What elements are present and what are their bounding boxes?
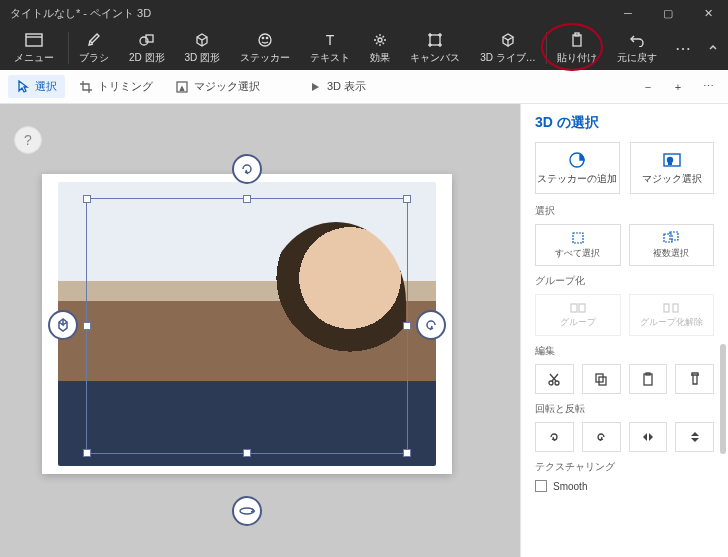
shapes3d-button[interactable]: 3D 図形 bbox=[175, 26, 231, 70]
svg-point-24 bbox=[667, 157, 672, 162]
view3d-label: 3D 表示 bbox=[327, 79, 366, 94]
ungroup-label: グループ化解除 bbox=[640, 316, 703, 329]
svg-point-6 bbox=[266, 37, 267, 38]
svg-point-5 bbox=[262, 37, 263, 38]
paste-button[interactable]: 貼り付け bbox=[547, 26, 607, 70]
shapes2d-label: 2D 図形 bbox=[129, 51, 165, 65]
close-button[interactable]: ✕ bbox=[688, 0, 728, 26]
canvas-label: キャンバス bbox=[410, 51, 460, 65]
canvas-area[interactable]: ? bbox=[0, 104, 520, 557]
select-tool[interactable]: 選択 bbox=[8, 75, 65, 98]
maximize-button[interactable]: ▢ bbox=[648, 0, 688, 26]
svg-point-8 bbox=[378, 38, 382, 42]
menu-label: メニュー bbox=[14, 51, 54, 65]
minimize-button[interactable]: ─ bbox=[608, 0, 648, 26]
svg-rect-31 bbox=[673, 304, 678, 312]
depth-handle[interactable] bbox=[48, 310, 78, 340]
select-all-icon bbox=[571, 231, 585, 245]
zoom-out-button[interactable]: − bbox=[636, 75, 660, 99]
smooth-checkbox[interactable]: Smooth bbox=[535, 480, 714, 492]
expand-button[interactable] bbox=[698, 26, 728, 70]
svg-rect-9 bbox=[430, 35, 440, 45]
rotate-y-handle[interactable] bbox=[416, 310, 446, 340]
ribbon: メニュー ブラシ 2D 図形 3D 図形 ステッカー T テキスト 効果 bbox=[0, 26, 728, 70]
paste-icon bbox=[570, 31, 584, 49]
magic-select-tool[interactable]: マジック選択 bbox=[167, 75, 268, 98]
more-button[interactable]: ⋯ bbox=[668, 26, 698, 70]
select-all-button[interactable]: すべて選択 bbox=[535, 224, 621, 266]
text-button[interactable]: T テキスト bbox=[300, 26, 360, 70]
cut-button[interactable] bbox=[535, 364, 574, 394]
effect-button[interactable]: 効果 bbox=[360, 26, 400, 70]
text-icon: T bbox=[323, 31, 337, 49]
multi-select-label: 複数選択 bbox=[653, 247, 689, 260]
crop-label: トリミング bbox=[98, 79, 153, 94]
shapes2d-button[interactable]: 2D 図形 bbox=[119, 26, 175, 70]
secondary-toolbar: 選択 トリミング マジック選択 3D 表示 − + ⋯ bbox=[0, 70, 728, 104]
delete-button[interactable] bbox=[675, 364, 714, 394]
svg-rect-0 bbox=[26, 34, 42, 46]
sticker-icon bbox=[257, 31, 273, 49]
main-area: ? 3D の選択 bbox=[0, 104, 728, 557]
magic-select-icon bbox=[662, 151, 682, 169]
menu-icon bbox=[25, 31, 43, 49]
magic-select-button[interactable]: マジック選択 bbox=[630, 142, 715, 194]
help-label: ? bbox=[24, 132, 32, 148]
brush-label: ブラシ bbox=[79, 51, 109, 65]
rotate-row bbox=[535, 422, 714, 452]
more-options-button[interactable]: ⋯ bbox=[696, 75, 720, 99]
app-window: タイトルなし* - ペイント 3D ─ ▢ ✕ メニュー ブラシ 2D 図形 3… bbox=[0, 0, 728, 557]
lib3d-button[interactable]: 3D ライブ… bbox=[470, 26, 546, 70]
rotate-ccw-button[interactable] bbox=[535, 422, 574, 452]
svg-rect-29 bbox=[579, 304, 585, 312]
group-icon bbox=[570, 302, 586, 314]
cursor-icon bbox=[16, 80, 30, 94]
magic-label: マジック選択 bbox=[194, 79, 260, 94]
paste-button-side[interactable] bbox=[629, 364, 668, 394]
svg-rect-18 bbox=[573, 35, 581, 46]
add-sticker-button[interactable]: ステッカーの追加 bbox=[535, 142, 620, 194]
section-rotate-label: 回転と反転 bbox=[535, 402, 714, 416]
copy-button[interactable] bbox=[582, 364, 621, 394]
section-edit-label: 編集 bbox=[535, 344, 714, 358]
select-all-label: すべて選択 bbox=[555, 247, 600, 260]
flip-vertical-button[interactable] bbox=[675, 422, 714, 452]
lib3d-icon bbox=[500, 31, 516, 49]
canvas-icon bbox=[427, 31, 443, 49]
svg-text:T: T bbox=[326, 32, 335, 48]
zoom-in-button[interactable]: + bbox=[666, 75, 690, 99]
paste-label: 貼り付け bbox=[557, 51, 597, 65]
undo-icon bbox=[629, 31, 645, 49]
rotate-x-handle[interactable] bbox=[232, 154, 262, 184]
help-button[interactable]: ? bbox=[14, 126, 42, 154]
rotate-cw-button[interactable] bbox=[582, 422, 621, 452]
menu-button[interactable]: メニュー bbox=[0, 26, 68, 70]
svg-rect-30 bbox=[664, 304, 669, 312]
svg-rect-25 bbox=[573, 233, 583, 243]
magic-select-label: マジック選択 bbox=[642, 172, 702, 186]
rotate-z-handle[interactable] bbox=[232, 496, 262, 526]
undo-button[interactable]: 元に戻す bbox=[607, 26, 667, 70]
shapes3d-label: 3D 図形 bbox=[185, 51, 221, 65]
side-panel: 3D の選択 ステッカーの追加 マジック選択 選択 すべて選択 bbox=[520, 104, 728, 557]
shapes2d-icon bbox=[138, 31, 156, 49]
panel-scrollbar[interactable] bbox=[720, 344, 726, 454]
svg-point-33 bbox=[555, 381, 559, 385]
group-label: グループ bbox=[560, 316, 596, 329]
play-icon bbox=[308, 80, 322, 94]
section-group-label: グループ化 bbox=[535, 274, 714, 288]
flip-horizontal-button[interactable] bbox=[629, 422, 668, 452]
edit-row bbox=[535, 364, 714, 394]
photo-content bbox=[58, 182, 436, 466]
crop-tool[interactable]: トリミング bbox=[71, 75, 161, 98]
canvas[interactable] bbox=[42, 174, 452, 474]
sticker-label: ステッカー bbox=[240, 51, 290, 65]
brush-button[interactable]: ブラシ bbox=[69, 26, 119, 70]
canvas-button[interactable]: キャンバス bbox=[400, 26, 470, 70]
view3d-tool[interactable]: 3D 表示 bbox=[300, 75, 374, 98]
sticker-button[interactable]: ステッカー bbox=[230, 26, 300, 70]
multi-select-button[interactable]: 複数選択 bbox=[629, 224, 715, 266]
lib3d-label: 3D ライブ… bbox=[480, 51, 536, 65]
window-title: タイトルなし* - ペイント 3D bbox=[10, 6, 608, 21]
magic-icon bbox=[175, 80, 189, 94]
